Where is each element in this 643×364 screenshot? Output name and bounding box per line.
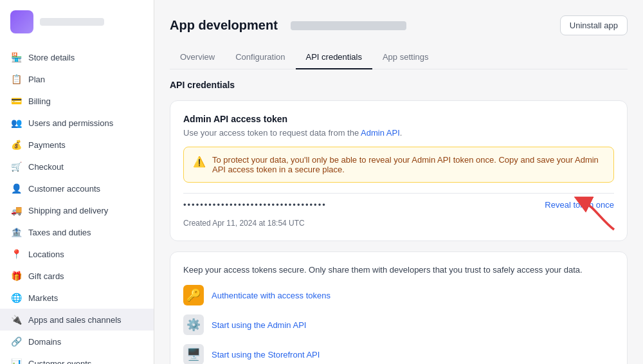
resource-item-admin-api: ⚙️ Start using the Admin API bbox=[183, 314, 614, 335]
resource-icon-storefront-api: 🖥️ bbox=[183, 344, 204, 364]
resource-item-authenticate: 🔑 Authenticate with access tokens bbox=[183, 285, 614, 305]
page-title-area: App development bbox=[170, 18, 406, 33]
sidebar-nav: 🏪 Store details 📋 Plan 💳 Billing 👥 Users… bbox=[0, 44, 154, 364]
warning-box: ⚠️ To protect your data, you'll only be … bbox=[183, 147, 614, 183]
store-logo bbox=[10, 10, 33, 33]
resource-link-authenticate[interactable]: Authenticate with access tokens bbox=[212, 291, 331, 300]
tab-api-credentials[interactable]: API credentials bbox=[296, 46, 372, 69]
store-name-placeholder bbox=[40, 18, 104, 26]
reveal-token-link[interactable]: Reveal token once bbox=[545, 200, 614, 210]
sidebar-label-store-details: Store details bbox=[28, 53, 75, 62]
gift-cards-icon: 🎁 bbox=[10, 270, 22, 282]
sidebar-item-checkout[interactable]: 🛒 Checkout bbox=[0, 156, 154, 177]
sidebar-item-apps-sales-channels[interactable]: 🔌 Apps and sales channels bbox=[0, 309, 154, 331]
sidebar-item-markets[interactable]: 🌐 Markets bbox=[0, 287, 154, 309]
payments-icon: 💰 bbox=[10, 139, 22, 150]
tabs-bar: OverviewConfigurationAPI credentialsApp … bbox=[170, 46, 628, 69]
sidebar-item-payments[interactable]: 💰 Payments bbox=[0, 134, 154, 156]
sidebar-label-taxes-duties: Taxes and duties bbox=[28, 228, 91, 237]
tab-app-settings[interactable]: App settings bbox=[372, 46, 439, 69]
sidebar-label-payments: Payments bbox=[28, 140, 66, 150]
token-dots: •••••••••••••••••••••••••••••••••• bbox=[183, 200, 327, 210]
sidebar-label-locations: Locations bbox=[28, 250, 64, 259]
resource-link-storefront-api[interactable]: Start using the Storefront API bbox=[212, 350, 320, 359]
admin-api-card: Admin API access token Use your access t… bbox=[170, 100, 628, 241]
section-title: API credentials bbox=[170, 80, 628, 90]
sidebar-item-gift-cards[interactable]: 🎁 Gift cards bbox=[0, 265, 154, 287]
sidebar-item-shipping-delivery[interactable]: 🚚 Shipping and delivery bbox=[0, 199, 154, 221]
tab-configuration[interactable]: Configuration bbox=[225, 46, 295, 69]
sidebar-label-customer-accounts: Customer accounts bbox=[28, 184, 100, 194]
sidebar-label-markets: Markets bbox=[28, 293, 58, 303]
main-content: App development Uninstall app OverviewCo… bbox=[154, 0, 643, 364]
sidebar-item-customer-events[interactable]: 📊 Customer events bbox=[0, 352, 154, 364]
apps-sales-channels-icon: 🔌 bbox=[10, 314, 22, 325]
tab-overview[interactable]: Overview bbox=[170, 46, 225, 69]
customer-events-icon: 📊 bbox=[10, 358, 22, 364]
sidebar-item-domains[interactable]: 🔗 Domains bbox=[0, 331, 154, 352]
sidebar-label-checkout: Checkout bbox=[28, 162, 64, 172]
checkout-icon: 🛒 bbox=[10, 161, 22, 172]
secure-text: Keep your access tokens secure. Only sha… bbox=[183, 265, 614, 275]
domains-icon: 🔗 bbox=[10, 336, 22, 347]
secure-card: Keep your access tokens secure. Only sha… bbox=[170, 251, 628, 364]
page-title: App development bbox=[170, 18, 278, 33]
sidebar-label-plan: Plan bbox=[28, 75, 45, 84]
resource-item-storefront-api: 🖥️ Start using the Storefront API bbox=[183, 344, 614, 364]
sidebar-item-customer-accounts[interactable]: 👤 Customer accounts bbox=[0, 177, 154, 199]
token-row: •••••••••••••••••••••••••••••••••• Revea… bbox=[183, 193, 614, 216]
taxes-duties-icon: 🏦 bbox=[10, 226, 22, 238]
sidebar-label-shipping-delivery: Shipping and delivery bbox=[28, 206, 108, 215]
plan-icon: 📋 bbox=[10, 73, 22, 85]
sidebar-label-users-permissions: Users and permissions bbox=[28, 118, 113, 128]
store-details-icon: 🏪 bbox=[10, 51, 22, 63]
resource-link-admin-api[interactable]: Start using the Admin API bbox=[212, 320, 306, 330]
shipping-delivery-icon: 🚚 bbox=[10, 205, 22, 216]
warning-icon: ⚠️ bbox=[193, 156, 206, 168]
sidebar-item-billing[interactable]: 💳 Billing bbox=[0, 90, 154, 112]
page-header: App development Uninstall app bbox=[170, 15, 628, 35]
uninstall-button[interactable]: Uninstall app bbox=[560, 15, 628, 35]
resource-list: 🔑 Authenticate with access tokens ⚙️ Sta… bbox=[183, 285, 614, 364]
sidebar-label-apps-sales-channels: Apps and sales channels bbox=[28, 315, 122, 325]
sidebar-item-store-details[interactable]: 🏪 Store details bbox=[0, 46, 154, 68]
sidebar-item-taxes-duties[interactable]: 🏦 Taxes and duties bbox=[0, 221, 154, 243]
sidebar-item-users-permissions[interactable]: 👥 Users and permissions bbox=[0, 112, 154, 134]
sidebar-label-domains: Domains bbox=[28, 337, 61, 347]
token-created-text: Created Apr 11, 2024 at 18:54 UTC bbox=[183, 219, 614, 228]
resource-icon-admin-api: ⚙️ bbox=[183, 314, 204, 335]
sidebar-item-plan[interactable]: 📋 Plan bbox=[0, 68, 154, 90]
sidebar-label-gift-cards: Gift cards bbox=[28, 271, 64, 281]
markets-icon: 🌐 bbox=[10, 292, 22, 304]
billing-icon: 💳 bbox=[10, 95, 22, 107]
admin-api-card-title: Admin API access token bbox=[183, 114, 614, 124]
locations-icon: 📍 bbox=[10, 248, 22, 260]
token-row-wrapper: •••••••••••••••••••••••••••••••••• Revea… bbox=[183, 193, 614, 228]
warning-text: To protect your data, you'll only be abl… bbox=[212, 155, 604, 174]
users-permissions-icon: 👥 bbox=[10, 117, 22, 129]
title-placeholder bbox=[291, 21, 406, 30]
customer-accounts-icon: 👤 bbox=[10, 183, 22, 194]
sidebar-label-customer-events: Customer events bbox=[28, 359, 91, 365]
sidebar-item-locations[interactable]: 📍 Locations bbox=[0, 243, 154, 265]
admin-api-card-desc: Use your access token to request data fr… bbox=[183, 128, 614, 138]
admin-api-link[interactable]: Admin API bbox=[361, 128, 400, 138]
sidebar-logo bbox=[0, 0, 154, 44]
sidebar: 🏪 Store details 📋 Plan 💳 Billing 👥 Users… bbox=[0, 0, 154, 364]
sidebar-label-billing: Billing bbox=[28, 96, 51, 106]
resource-icon-authenticate: 🔑 bbox=[183, 285, 204, 305]
